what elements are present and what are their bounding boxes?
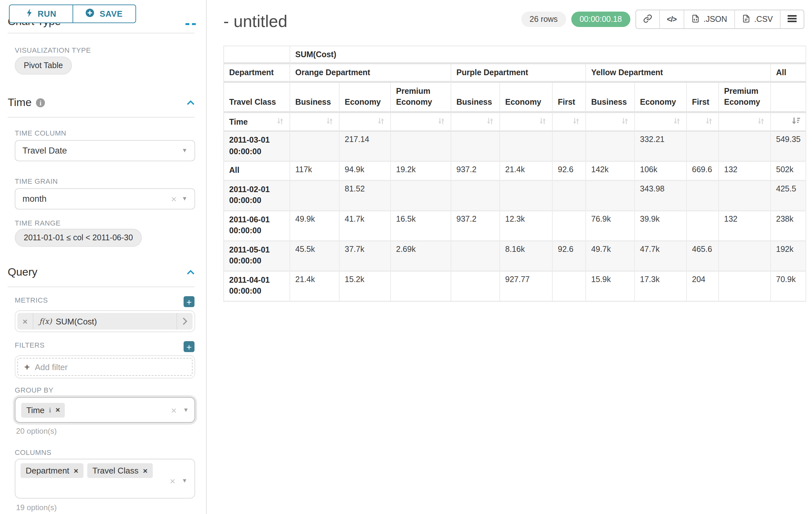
- sort-icon[interactable]: [276, 117, 284, 127]
- metrics-label: METRICS: [15, 296, 48, 304]
- value-cell: 70.9k: [771, 271, 806, 302]
- group-by-tag: Time i ×: [21, 403, 65, 417]
- chevron-up-icon[interactable]: [187, 100, 195, 105]
- query-section-header[interactable]: Query: [8, 266, 195, 279]
- sort-header-cell[interactable]: [391, 113, 451, 132]
- sort-header-cell[interactable]: [719, 113, 771, 132]
- sort-icon[interactable]: [673, 117, 681, 127]
- value-cell: 502k: [771, 162, 806, 181]
- time-section-title: Time: [8, 97, 31, 109]
- remove-tag-icon[interactable]: ×: [74, 467, 78, 475]
- travel-class-cell: [771, 83, 806, 113]
- time-range-label: TIME RANGE: [15, 219, 61, 227]
- sort-icon[interactable]: [757, 117, 765, 127]
- metric-pill[interactable]: × ƒ(x) SUM(Cost): [17, 313, 193, 330]
- chevron-down-icon: ▼: [182, 148, 187, 154]
- viz-type-pill[interactable]: Pivot Table: [15, 57, 72, 75]
- chevron-right-icon[interactable]: [176, 313, 193, 330]
- sort-header-cell[interactable]: [687, 113, 719, 132]
- remove-tag-icon[interactable]: ×: [143, 467, 147, 475]
- sort-icon[interactable]: [621, 117, 629, 127]
- short-link-button[interactable]: [636, 10, 659, 28]
- sort-header-cell[interactable]: [500, 113, 553, 132]
- value-cell: [687, 132, 719, 162]
- sort-icon[interactable]: [539, 117, 547, 127]
- sort-icon[interactable]: [705, 117, 713, 127]
- value-cell: 465.6: [687, 241, 719, 271]
- value-cell: 937.2: [451, 162, 500, 181]
- add-filter-button[interactable]: + Add filter: [17, 358, 193, 376]
- section-collapse-icon[interactable]: [192, 23, 196, 25]
- value-cell: 92.6: [553, 162, 586, 181]
- info-icon[interactable]: i: [36, 98, 45, 107]
- section-edit-icon[interactable]: [185, 23, 190, 25]
- value-cell: [451, 132, 500, 162]
- remove-tag-icon[interactable]: ×: [56, 406, 60, 414]
- group-by-select[interactable]: Time i × × ▼: [15, 397, 195, 423]
- clear-icon[interactable]: ×: [171, 405, 177, 415]
- value-cell: 343.98: [635, 181, 687, 211]
- chevron-up-icon[interactable]: [187, 270, 195, 275]
- value-cell: 2.69k: [391, 241, 451, 271]
- value-cell: 21.4k: [290, 271, 340, 302]
- sort-icon[interactable]: [377, 117, 385, 127]
- export-json-button[interactable]: .JSON: [684, 10, 734, 28]
- value-cell: 47.7k: [635, 241, 687, 271]
- value-cell: 132: [719, 162, 771, 181]
- time-section-header[interactable]: Time i: [8, 97, 195, 109]
- value-cell: [586, 132, 635, 162]
- viz-type-label: VISUALIZATION TYPE: [15, 46, 91, 54]
- columns-select[interactable]: Department×Travel Class× × ▼: [15, 459, 195, 498]
- section-divider: [8, 117, 195, 117]
- travel-class-cell: Premium Economy: [719, 83, 771, 113]
- export-csv-button[interactable]: .CSV: [734, 10, 780, 28]
- save-button-label: SAVE: [99, 9, 123, 19]
- value-cell: 37.7k: [340, 241, 391, 271]
- sort-header-cell[interactable]: [635, 113, 687, 132]
- chart-menu-button[interactable]: [780, 10, 804, 28]
- value-cell: 238k: [771, 211, 806, 241]
- add-filter-plus-button[interactable]: +: [183, 341, 195, 352]
- department-group-cell: All: [771, 64, 806, 83]
- sort-descending-icon[interactable]: [791, 116, 801, 127]
- table-row: 2011-04-01 00:00:0021.4k15.2k927.7715.9k…: [224, 271, 806, 302]
- time-range-pill[interactable]: 2011-01-01 ≤ col < 2011-06-30: [15, 229, 142, 247]
- sort-header-cell[interactable]: [451, 113, 500, 132]
- sort-icon[interactable]: [325, 117, 334, 127]
- sort-icon[interactable]: [486, 117, 494, 127]
- value-cell: [553, 211, 586, 241]
- embed-code-button[interactable]: </>: [659, 10, 684, 28]
- value-cell: 45.5k: [290, 241, 340, 271]
- value-cell: 332.21: [635, 132, 687, 162]
- export-json-label: .JSON: [703, 15, 727, 24]
- sort-header-cell[interactable]: [340, 113, 391, 132]
- remove-metric-icon[interactable]: ×: [17, 313, 33, 330]
- chart-title[interactable]: - untitled: [223, 11, 287, 31]
- run-button[interactable]: RUN: [10, 5, 72, 23]
- section-divider: [8, 33, 195, 33]
- clear-icon[interactable]: ×: [170, 476, 176, 486]
- sort-header-cell[interactable]: [290, 113, 340, 132]
- metric-label-wrap: ƒ(x) SUM(Cost): [33, 317, 176, 326]
- save-button[interactable]: SAVE: [72, 5, 136, 23]
- time-column-select[interactable]: Travel Date ▼: [15, 140, 195, 161]
- value-cell: 21.4k: [500, 162, 553, 181]
- sort-header-cell[interactable]: [586, 113, 635, 132]
- value-cell: 192k: [771, 241, 806, 271]
- sort-icon[interactable]: [437, 117, 445, 127]
- value-cell: [586, 181, 635, 211]
- metrics-container: × ƒ(x) SUM(Cost): [15, 310, 195, 332]
- group-by-tag-label: Time: [26, 405, 45, 415]
- sort-header-cell[interactable]: Time: [224, 113, 290, 132]
- corner-cell: [224, 46, 290, 64]
- department-group-cell: Purple Department: [451, 64, 586, 83]
- sort-header-cell[interactable]: [771, 113, 806, 132]
- value-cell: [719, 241, 771, 271]
- value-cell: [719, 181, 771, 211]
- sort-icon[interactable]: [572, 117, 580, 127]
- clear-icon[interactable]: ×: [171, 194, 177, 204]
- sort-header-cell[interactable]: [553, 113, 586, 132]
- add-metric-button[interactable]: +: [183, 296, 195, 307]
- time-grain-select[interactable]: month × ▼: [15, 188, 195, 210]
- value-cell: [451, 181, 500, 211]
